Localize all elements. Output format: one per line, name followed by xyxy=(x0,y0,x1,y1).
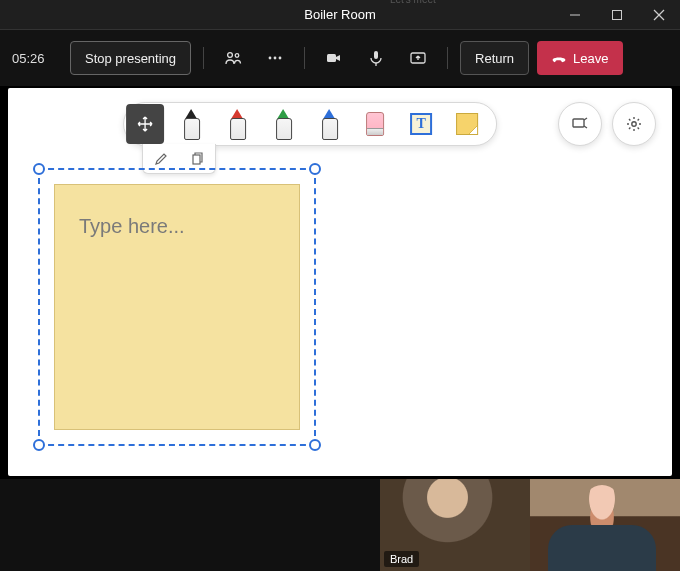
svg-rect-1 xyxy=(613,10,622,19)
minimize-button[interactable] xyxy=(554,0,596,29)
svg-point-4 xyxy=(228,53,233,58)
svg-point-6 xyxy=(269,57,272,60)
svg-point-8 xyxy=(279,57,282,60)
pen-blue[interactable] xyxy=(310,104,348,144)
copy-icon[interactable] xyxy=(190,152,204,166)
svg-rect-10 xyxy=(374,51,378,59)
stop-presenting-button[interactable]: Stop presenting xyxy=(70,41,191,75)
camera-icon[interactable] xyxy=(317,41,351,75)
participant-tile-2[interactable] xyxy=(530,479,680,571)
move-tool[interactable] xyxy=(126,104,164,144)
stop-presenting-label: Stop presenting xyxy=(85,51,176,66)
participant-name-1: Brad xyxy=(384,551,419,567)
share-screen-icon[interactable] xyxy=(401,41,435,75)
more-options-icon[interactable] xyxy=(258,41,292,75)
window-title: Boiler Room xyxy=(304,7,376,22)
pen-red[interactable] xyxy=(218,104,256,144)
return-button[interactable]: Return xyxy=(460,41,529,75)
svg-rect-9 xyxy=(327,54,336,62)
text-tool[interactable]: T xyxy=(402,104,440,144)
call-controls-bar: 05:26 Stop presenting Return Leave xyxy=(0,30,680,86)
separator xyxy=(304,47,305,69)
titlebar: Let's meet Boiler Room xyxy=(0,0,680,30)
leave-label: Leave xyxy=(573,51,608,66)
sticky-note-tool[interactable] xyxy=(448,104,486,144)
leave-button[interactable]: Leave xyxy=(537,41,622,75)
call-timer: 05:26 xyxy=(12,51,62,66)
participant-tile-1[interactable]: Brad xyxy=(380,479,530,571)
resize-handle-bl[interactable] xyxy=(33,439,45,451)
svg-rect-13 xyxy=(193,155,200,164)
header-subtext: Let's meet xyxy=(390,0,436,5)
participants-icon[interactable] xyxy=(216,41,250,75)
separator xyxy=(203,47,204,69)
separator xyxy=(447,47,448,69)
window-controls xyxy=(554,0,680,29)
edit-icon[interactable] xyxy=(154,152,168,166)
close-button[interactable] xyxy=(638,0,680,29)
svg-point-5 xyxy=(235,54,239,58)
settings-button[interactable] xyxy=(612,102,656,146)
participant-video-strip: Brad xyxy=(0,479,680,571)
sticky-note[interactable]: Type here... xyxy=(54,184,300,430)
svg-point-7 xyxy=(274,57,277,60)
microphone-icon[interactable] xyxy=(359,41,393,75)
svg-point-15 xyxy=(632,122,636,126)
whiteboard-toolbar: T xyxy=(123,102,497,146)
resize-handle-br[interactable] xyxy=(309,439,321,451)
sticky-note-selection[interactable]: Type here... xyxy=(38,168,316,446)
resize-handle-tr[interactable] xyxy=(309,163,321,175)
eraser-tool[interactable] xyxy=(356,104,394,144)
present-mode-button[interactable] xyxy=(558,102,602,146)
maximize-button[interactable] xyxy=(596,0,638,29)
pen-green[interactable] xyxy=(264,104,302,144)
resize-handle-tl[interactable] xyxy=(33,163,45,175)
svg-rect-14 xyxy=(573,119,584,127)
whiteboard-canvas[interactable]: T Type here... xyxy=(8,88,672,476)
pen-black[interactable] xyxy=(172,104,210,144)
return-label: Return xyxy=(475,51,514,66)
hangup-icon xyxy=(551,50,567,66)
sticky-note-placeholder: Type here... xyxy=(79,215,185,237)
